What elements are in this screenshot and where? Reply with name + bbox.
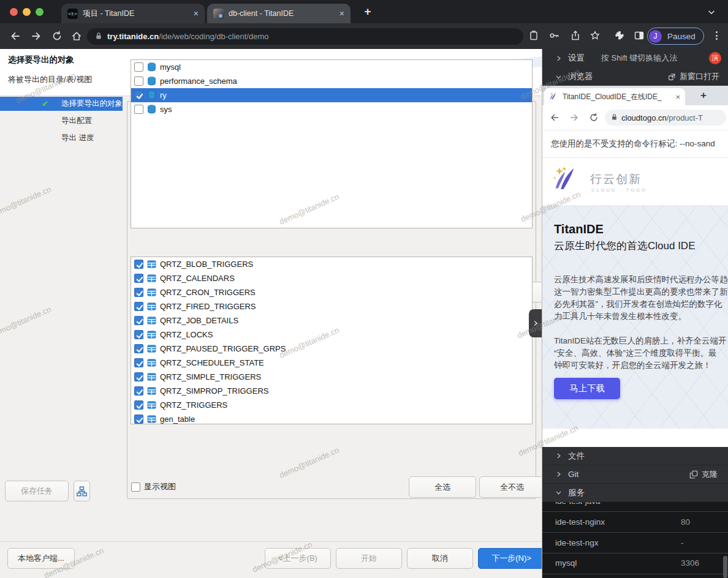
checkbox[interactable] (134, 415, 143, 424)
table-row-QRTZ_BLOB_TRIGGERS[interactable]: QRTZ_BLOB_TRIGGERS (131, 257, 532, 271)
inner-new-tab-button[interactable]: + (700, 89, 707, 102)
checkbox[interactable] (134, 62, 143, 72)
table-row-QRTZ_PAUSED_TRIGGER_GRPS[interactable]: QRTZ_PAUSED_TRIGGER_GRPS (131, 342, 532, 356)
files-section[interactable]: 文件 (542, 447, 728, 465)
side-panel-icon[interactable] (634, 30, 645, 41)
home-icon[interactable] (71, 31, 82, 42)
scrollbar-thumb[interactable] (723, 556, 727, 578)
browser-section[interactable]: 浏览器 新窗口打开 (542, 67, 728, 86)
next-step-button[interactable]: 下一步(N)> (478, 548, 545, 569)
back-icon[interactable] (550, 113, 559, 122)
hero-section: TitanIDE 云原生时代您的首选Cloud IDE 云原生技术高速发展和后疫… (542, 205, 728, 429)
table-row-gen_table[interactable]: gen_table (131, 412, 532, 424)
table-row-QRTZ_FIRED_TRIGGERS[interactable]: QRTZ_FIRED_TRIGGERS (131, 299, 532, 313)
row-divider (542, 574, 728, 574)
show-views-option[interactable]: 显示视图 (131, 481, 176, 492)
service-name-ide-test-nginx[interactable]: ide-test-nginx (555, 517, 605, 527)
service-name-ide-test-ngx[interactable]: ide-test-ngx (555, 538, 599, 547)
service-name-ide-test-java[interactable]: ide-test-java (555, 502, 601, 506)
key-icon[interactable] (549, 30, 560, 41)
table-row-QRTZ_SCHEDULER_STATE[interactable]: QRTZ_SCHEDULER_STATE (131, 356, 532, 370)
close-icon[interactable]: × (339, 9, 344, 18)
close-icon[interactable]: × (194, 9, 199, 18)
git-section[interactable]: Git 克隆 (542, 465, 728, 484)
maximize-window-button[interactable] (36, 8, 44, 16)
table-row-QRTZ_SIMPLE_TRIGGERS[interactable]: QRTZ_SIMPLE_TRIGGERS (131, 370, 532, 384)
checkbox[interactable] (134, 274, 143, 283)
inner-browser-tab[interactable]: TitanIDE_CloudIDE_在线IDE_ × (544, 88, 685, 105)
sitemap-icon-button[interactable] (74, 481, 90, 501)
checkbox[interactable] (134, 386, 143, 396)
clipboard-icon[interactable] (528, 30, 539, 41)
browser-tab-project[interactable]: <t> 项目 - TitanIDE × (61, 4, 205, 23)
forward-icon[interactable] (31, 31, 42, 42)
close-window-button[interactable] (10, 8, 18, 16)
table-row-QRTZ_JOB_DETAILS[interactable]: QRTZ_JOB_DETAILS (131, 313, 532, 328)
service-name-mysql[interactable]: mysql (555, 558, 577, 568)
services-section[interactable]: 服务 (542, 484, 728, 502)
settings-section[interactable]: 设置 按 Shift 键切换输入法 演 (542, 49, 728, 67)
profile-paused-button[interactable]: J Paused (647, 28, 704, 45)
checkbox[interactable] (134, 358, 143, 367)
checkbox[interactable] (134, 105, 143, 114)
back-icon[interactable] (10, 31, 21, 42)
table-icon (147, 316, 157, 325)
ime-badge[interactable]: 演 (709, 52, 721, 64)
minimize-window-button[interactable] (23, 8, 31, 16)
table-row-QRTZ_TRIGGERS[interactable]: QRTZ_TRIGGERS (131, 398, 532, 412)
table-row-QRTZ_CRON_TRIGGERS[interactable]: QRTZ_CRON_TRIGGERS (131, 285, 532, 299)
close-icon[interactable]: × (675, 92, 680, 102)
local-client-button[interactable]: 本地客户端... (7, 548, 75, 569)
checkbox[interactable] (134, 288, 143, 297)
checkbox[interactable] (134, 330, 143, 339)
checkbox[interactable] (134, 302, 143, 311)
select-all-button-bottom[interactable]: 全选 (409, 476, 476, 498)
inner-address-bar[interactable]: cloudtogo.cn/product-T (605, 110, 726, 126)
database-row-performance_schema[interactable]: performance_schema (131, 74, 532, 88)
select-none-button-bottom[interactable]: 全不选 (479, 476, 545, 498)
extensions-icon[interactable] (614, 30, 625, 41)
table-row-QRTZ_CALENDARS[interactable]: QRTZ_CALENDARS (131, 271, 532, 285)
reload-icon[interactable] (51, 31, 63, 42)
panel-expand-handle[interactable] (529, 309, 542, 337)
dialog-subtitle: 将被导出的目录/表/视图 (8, 74, 92, 85)
database-row-ry[interactable]: ry (131, 88, 532, 102)
checkbox[interactable] (134, 344, 143, 353)
checkbox[interactable] (134, 316, 143, 325)
show-views-checkbox[interactable] (131, 482, 140, 492)
tab-title: db-client - TitanIDE (229, 9, 336, 18)
bookmark-star-icon[interactable] (590, 30, 601, 41)
start-button[interactable]: 开始 (336, 548, 402, 569)
clone-button[interactable]: 克隆 (689, 469, 718, 480)
row-divider (542, 532, 728, 533)
browser-tab-db-client[interactable]: db-client - TitanIDE × (207, 4, 351, 23)
table-icon (147, 302, 157, 311)
forward-icon[interactable] (569, 113, 579, 122)
checkbox[interactable] (134, 77, 143, 86)
lock-icon (611, 112, 618, 123)
download-button[interactable]: 马上下载 (554, 378, 620, 399)
table-row-QRTZ_SIMPROP_TRIGGERS[interactable]: QRTZ_SIMPROP_TRIGGERS (131, 384, 532, 398)
table-row-QRTZ_LOCKS[interactable]: QRTZ_LOCKS (131, 328, 532, 342)
wizard-step-3[interactable]: 导出 进度 (0, 131, 123, 145)
checkbox[interactable] (134, 91, 143, 100)
share-icon[interactable] (570, 30, 581, 41)
wizard-step-1[interactable]: ✔选择要导出的对象 (0, 97, 123, 111)
database-row-sys[interactable]: sys (131, 102, 532, 116)
database-row-mysql[interactable]: mysql (131, 60, 532, 74)
menu-kebab-icon[interactable] (711, 29, 722, 42)
checkbox[interactable] (134, 372, 143, 381)
cancel-button[interactable]: 取消 (407, 548, 473, 569)
back-step-button[interactable]: <上一步(B) (265, 548, 331, 569)
reload-icon[interactable] (589, 113, 599, 122)
address-bar[interactable]: try.titanide.cn/ide/web/coding/db-client… (87, 28, 523, 45)
chevron-down-icon[interactable] (707, 8, 716, 19)
table-icon (147, 330, 157, 339)
service-port: - (681, 538, 684, 547)
wizard-step-2[interactable]: 导出配置 (0, 114, 123, 128)
new-tab-button[interactable]: + (360, 5, 375, 18)
checkbox[interactable] (134, 260, 143, 269)
open-new-window-button[interactable]: 新窗口打开 (668, 71, 719, 82)
checkbox[interactable] (134, 400, 143, 410)
save-task-button[interactable]: 保存任务 (5, 481, 69, 501)
